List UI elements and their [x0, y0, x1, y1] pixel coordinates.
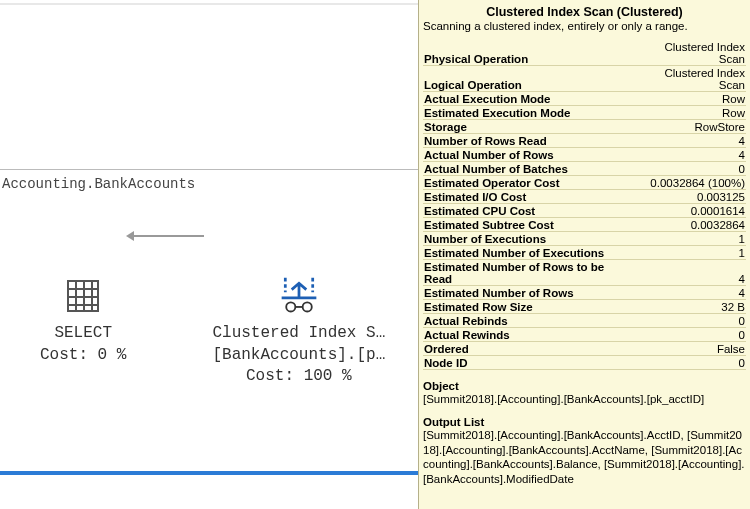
tooltip-prop-key: Estimated Subtree Cost [423, 218, 635, 232]
tooltip-output-label: Output List [423, 416, 746, 428]
tooltip-prop-key: Estimated Operator Cost [423, 176, 635, 190]
tooltip-prop-value: 1 [635, 246, 746, 260]
svg-point-9 [286, 302, 295, 311]
plan-node-clustered-index-scan[interactable]: Clustered Index S… [BankAccounts].[p… Co… [212, 275, 385, 388]
tooltip-prop-row: Estimated Subtree Cost0.0032864 [423, 218, 746, 232]
plan-scan-label1: Clustered Index S… [212, 323, 385, 345]
operator-tooltip: Clustered Index Scan (Clustered) Scannin… [418, 0, 750, 509]
tooltip-prop-row: Estimated Operator Cost0.0032864 (100%) [423, 176, 746, 190]
tooltip-prop-row: Estimated Execution ModeRow [423, 106, 746, 120]
tooltip-prop-row: Actual Number of Rows4 [423, 148, 746, 162]
tooltip-object-value: [Summit2018].[Accounting].[BankAccounts]… [423, 392, 746, 406]
tooltip-prop-value: Row [635, 92, 746, 106]
tooltip-prop-value: 32 B [635, 300, 746, 314]
tooltip-prop-row: Node ID0 [423, 356, 746, 370]
tooltip-prop-value: 0 [635, 314, 746, 328]
plan-canvas[interactable]: SELECT Cost: 0 % [0, 235, 418, 388]
tooltip-prop-key: Ordered [423, 342, 635, 356]
tooltip-prop-row: Number of Executions1 [423, 232, 746, 246]
tooltip-output-value: [Summit2018].[Accounting].[BankAccounts]… [423, 428, 746, 486]
tooltip-prop-row: Actual Execution ModeRow [423, 92, 746, 106]
tooltip-prop-value: 0 [635, 356, 746, 370]
tooltip-prop-value: 4 [635, 260, 746, 286]
tooltip-prop-row: Actual Number of Batches0 [423, 162, 746, 176]
tooltip-prop-value: 4 [635, 134, 746, 148]
tooltip-prop-key: Node ID [423, 356, 635, 370]
tooltip-prop-value: 0.0001614 [635, 204, 746, 218]
tooltip-prop-row: OrderedFalse [423, 342, 746, 356]
pane-divider[interactable] [0, 471, 418, 475]
tooltip-prop-value: False [635, 342, 746, 356]
tooltip-prop-value: 4 [635, 148, 746, 162]
tooltip-prop-value: RowStore [635, 120, 746, 134]
tooltip-prop-value: Row [635, 106, 746, 120]
plan-select-label: SELECT [40, 323, 126, 345]
tooltip-prop-row: Logical OperationClustered Index Scan [423, 66, 746, 92]
plan-select-cost: Cost: 0 % [40, 345, 126, 367]
execution-plan-pane: Accounting.BankAccounts SELECT [0, 0, 418, 509]
tooltip-prop-key: Estimated Number of Rows [423, 286, 635, 300]
tooltip-prop-row: Number of Rows Read4 [423, 134, 746, 148]
tooltip-prop-row: Estimated Number of Rows4 [423, 286, 746, 300]
tooltip-prop-key: Number of Executions [423, 232, 635, 246]
tooltip-prop-value: 4 [635, 286, 746, 300]
tooltip-prop-key: Estimated I/O Cost [423, 190, 635, 204]
tooltip-prop-row: Estimated CPU Cost0.0001614 [423, 204, 746, 218]
tooltip-prop-key: Number of Rows Read [423, 134, 635, 148]
tooltip-prop-value: 0 [635, 162, 746, 176]
tooltip-title: Clustered Index Scan (Clustered) [423, 3, 746, 19]
tooltip-prop-value: 0.003125 [635, 190, 746, 204]
select-result-icon [62, 275, 104, 317]
tooltip-prop-key: Estimated Number of Executions [423, 246, 635, 260]
plan-scan-label2: [BankAccounts].[p… [212, 345, 385, 367]
tooltip-prop-row: Physical OperationClustered Index Scan [423, 40, 746, 66]
tooltip-prop-row: Estimated Row Size32 B [423, 300, 746, 314]
clustered-index-scan-icon [278, 275, 320, 317]
tooltip-prop-key: Actual Rebinds [423, 314, 635, 328]
tooltip-object-label: Object [423, 380, 746, 392]
tooltip-prop-key: Estimated Execution Mode [423, 106, 635, 120]
tooltip-subtitle: Scanning a clustered index, entirely or … [423, 19, 746, 40]
tooltip-prop-key: Logical Operation [423, 66, 635, 92]
upper-blank-region [0, 0, 418, 170]
svg-point-10 [302, 302, 311, 311]
plan-node-select[interactable]: SELECT Cost: 0 % [40, 275, 126, 366]
tooltip-prop-key: Storage [423, 120, 635, 134]
tooltip-prop-key: Estimated Number of Rows to be Read [423, 260, 635, 286]
tooltip-prop-row: Estimated Number of Executions1 [423, 246, 746, 260]
tooltip-prop-key: Estimated CPU Cost [423, 204, 635, 218]
tooltip-prop-key: Physical Operation [423, 40, 635, 66]
query-header-text: Accounting.BankAccounts [0, 170, 418, 235]
tooltip-prop-key: Actual Number of Rows [423, 148, 635, 162]
plan-scan-cost: Cost: 100 % [212, 366, 385, 388]
tooltip-prop-row: StorageRowStore [423, 120, 746, 134]
tooltip-prop-row: Actual Rebinds0 [423, 314, 746, 328]
tooltip-prop-row: Estimated Number of Rows to be Read4 [423, 260, 746, 286]
tooltip-prop-key: Actual Execution Mode [423, 92, 635, 106]
tooltip-prop-value: 0 [635, 328, 746, 342]
tooltip-prop-value: Clustered Index Scan [635, 66, 746, 92]
tooltip-prop-key: Actual Rewinds [423, 328, 635, 342]
tooltip-prop-key: Actual Number of Batches [423, 162, 635, 176]
tooltip-property-table: Physical OperationClustered Index ScanLo… [423, 40, 746, 370]
tooltip-prop-row: Actual Rewinds0 [423, 328, 746, 342]
plan-flow-arrow [134, 235, 204, 237]
tooltip-prop-row: Estimated I/O Cost0.003125 [423, 190, 746, 204]
tooltip-prop-key: Estimated Row Size [423, 300, 635, 314]
tooltip-prop-value: 0.0032864 [635, 218, 746, 232]
tooltip-prop-value: 1 [635, 232, 746, 246]
tooltip-prop-value: 0.0032864 (100%) [635, 176, 746, 190]
tooltip-prop-value: Clustered Index Scan [635, 40, 746, 66]
